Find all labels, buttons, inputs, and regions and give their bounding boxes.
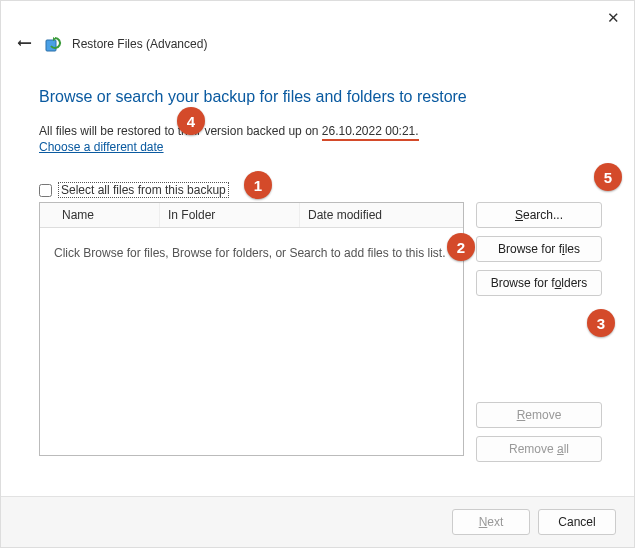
header: 🠔 Restore Files (Advanced) [1, 27, 634, 54]
select-all-checkbox[interactable] [39, 184, 52, 197]
restore-timestamp: 26.10.2022 00:21. [322, 124, 419, 141]
column-name[interactable]: Name [40, 203, 160, 227]
choose-date-link[interactable]: Choose a different date [39, 140, 164, 154]
restore-prefix: All files will be restored to their vers… [39, 124, 322, 138]
close-icon[interactable]: ✕ [604, 9, 622, 27]
browse-folders-button[interactable]: Browse for folders [476, 270, 602, 296]
page-title: Browse or search your backup for files a… [39, 88, 602, 106]
restore-icon [44, 35, 62, 53]
column-date[interactable]: Date modified [300, 203, 463, 227]
column-folder[interactable]: In Folder [160, 203, 300, 227]
list-empty-text: Click Browse for files, Browse for folde… [40, 228, 463, 455]
select-all-label: Select all files from this backup [58, 182, 229, 198]
window-title: Restore Files (Advanced) [72, 37, 207, 51]
back-arrow-icon[interactable]: 🠔 [15, 33, 34, 54]
file-list[interactable]: Name In Folder Date modified Click Brows… [39, 202, 464, 456]
remove-all-button: Remove all [476, 436, 602, 462]
cancel-button[interactable]: Cancel [538, 509, 616, 535]
remove-button: Remove [476, 402, 602, 428]
footer: Next Cancel [1, 496, 634, 547]
restore-info: All files will be restored to their vers… [39, 124, 602, 138]
svg-rect-0 [46, 40, 56, 51]
browse-files-button[interactable]: Browse for files [476, 236, 602, 262]
search-button[interactable]: Search... [476, 202, 602, 228]
next-button: Next [452, 509, 530, 535]
list-header: Name In Folder Date modified [40, 203, 463, 228]
side-buttons: Search... Browse for files Browse for fo… [476, 202, 602, 462]
